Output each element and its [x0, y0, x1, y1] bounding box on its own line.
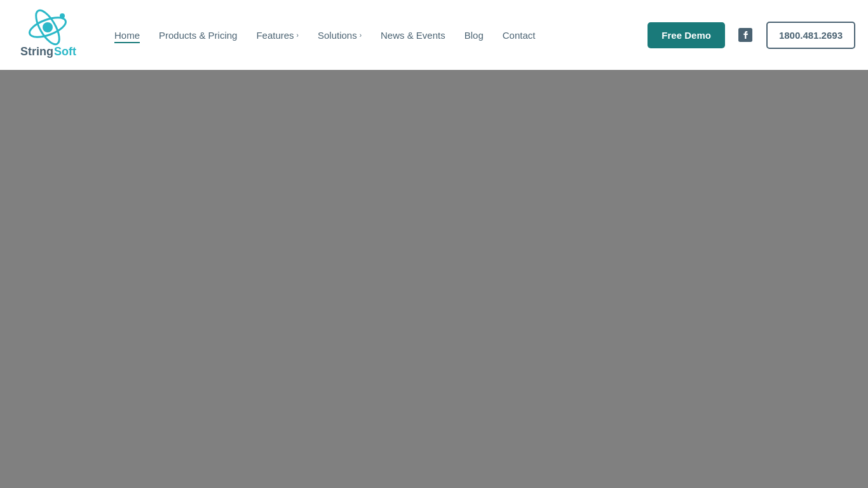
main-content — [0, 70, 868, 488]
free-demo-button[interactable]: Free Demo — [648, 22, 725, 48]
logo[interactable]: String Soft — [13, 3, 89, 67]
nav-item-news-events[interactable]: News & Events — [381, 30, 445, 41]
svg-point-2 — [43, 22, 53, 32]
phone-number-button[interactable]: 1800.481.2693 — [766, 22, 855, 49]
features-chevron-icon: › — [297, 32, 299, 39]
svg-text:String: String — [20, 45, 53, 58]
svg-point-3 — [60, 13, 65, 18]
nav-item-features[interactable]: Features › — [256, 30, 299, 41]
solutions-chevron-icon: › — [360, 32, 362, 39]
nav-item-products-pricing[interactable]: Products & Pricing — [159, 30, 237, 41]
nav-item-features-label: Features — [256, 30, 294, 41]
facebook-icon[interactable] — [735, 24, 757, 46]
nav-item-solutions-label: Solutions — [318, 30, 357, 41]
svg-text:Soft: Soft — [54, 45, 76, 58]
nav-item-blog[interactable]: Blog — [465, 30, 484, 41]
nav-actions: Free Demo 1800.481.2693 — [648, 22, 855, 49]
nav-item-contact[interactable]: Contact — [503, 30, 536, 41]
nav-item-solutions[interactable]: Solutions › — [318, 30, 362, 41]
site-header: String Soft Home Products & Pricing Feat… — [0, 0, 868, 70]
nav-item-home[interactable]: Home — [114, 30, 140, 41]
main-nav: Home Products & Pricing Features › Solut… — [114, 30, 648, 41]
